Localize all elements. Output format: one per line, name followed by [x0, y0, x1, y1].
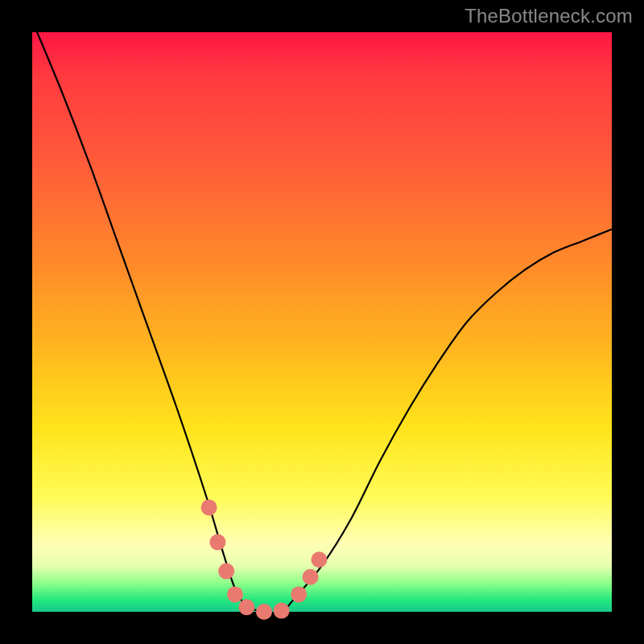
- bottleneck-curve-svg: [32, 32, 612, 612]
- curve-marker: [303, 569, 319, 585]
- curve-marker: [209, 535, 225, 551]
- plot-area: [32, 32, 612, 612]
- curve-markers: [201, 499, 328, 620]
- curve-marker: [291, 586, 307, 602]
- chart-frame: TheBottleneck.com: [0, 0, 644, 644]
- curve-marker: [218, 564, 234, 580]
- curve-marker: [256, 604, 272, 620]
- curve-marker: [238, 599, 254, 615]
- curve-marker: [274, 603, 290, 619]
- curve-marker: [201, 499, 217, 515]
- curve-marker: [311, 551, 327, 568]
- watermark-text: TheBottleneck.com: [464, 5, 633, 27]
- bottleneck-curve-line: [32, 21, 612, 613]
- curve-marker: [227, 586, 243, 602]
